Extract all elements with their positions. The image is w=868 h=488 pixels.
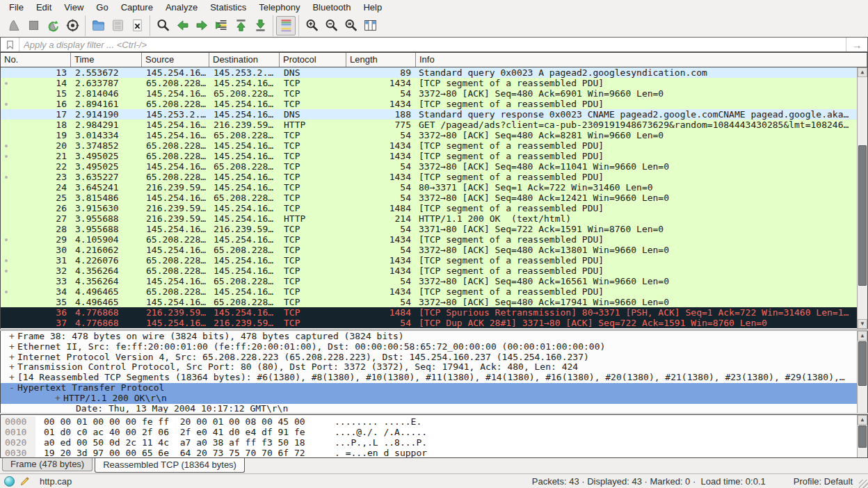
column-header-protocol[interactable]: Protocol [280,53,346,67]
stop-capture-icon [26,18,41,33]
packet-row[interactable]: 354.496465145.254.16…65.208.228…TCP54337… [1,297,857,307]
scroll-up-icon[interactable] [858,415,867,425]
packet-row[interactable]: 243.645241216.239.59…145.254.16…TCP5480→… [1,182,857,193]
packet-list-scrollbar[interactable] [857,67,867,329]
scroll-up-icon[interactable] [858,331,867,341]
packet-row[interactable]: 314.22607665.208.228…145.254.16…TCP1434[… [1,255,857,266]
packet-row[interactable]: 374.776868145.254.16…216.239.59…TCP54[TC… [1,318,857,328]
zoom-out-button[interactable] [321,16,341,35]
packet-row[interactable]: 283.955688145.254.16…216.239.59…TCP54337… [1,224,857,234]
column-header-destination[interactable]: Destination [209,53,280,67]
zoom-in-button[interactable] [302,16,321,35]
column-header-no[interactable]: No. [1,53,71,67]
detail-line[interactable]: +Frame 38: 478 bytes on wire (3824 bits)… [1,332,857,342]
details-scrollbar[interactable] [857,331,867,413]
expand-expander-icon[interactable]: + [6,332,17,342]
packet-row[interactable]: 182.984291145.254.16…216.239.59…HTTP775G… [1,120,857,130]
packet-row[interactable]: 142.63378765.208.228…145.254.16…TCP1434[… [1,78,857,88]
packet-row[interactable]: 193.014334145.254.16…65.208.228…TCP54337… [1,130,857,140]
resize-grip[interactable] [859,480,868,488]
packet-row[interactable]: 172.914190145.253.2.…145.254.16…DNS188St… [1,109,857,120]
close-file-button[interactable] [127,16,147,35]
byte-tab[interactable]: Reassembled TCP (18364 bytes) [95,457,245,473]
colorize-button[interactable] [276,16,296,35]
packet-row[interactable]: 294.10590465.208.228…145.254.16…TCP1434[… [1,234,857,245]
go-forward-button[interactable] [192,16,211,35]
bytes-scrollbar[interactable] [857,415,867,457]
hex-row[interactable]: 000000 00 01 00 00 00 fe ff 20 00 01 00 … [1,416,857,427]
expert-info-icon[interactable] [4,476,15,487]
scroll-down-icon[interactable] [858,319,867,329]
zoom-reset-button[interactable] [341,16,360,35]
go-to-packet-button[interactable] [211,16,231,35]
scrollbar-thumb[interactable] [858,145,867,286]
packet-row[interactable]: 233.63522765.208.228…145.254.16…TCP1434[… [1,172,857,182]
find-packet-button[interactable] [153,16,172,35]
packet-row[interactable]: 324.35626465.208.228…145.254.16…TCP1434[… [1,266,857,276]
display-filter-input[interactable] [19,38,846,51]
column-header-length[interactable]: Length [346,53,416,67]
hex-row[interactable]: 001001 d0 c0 ac 40 00 2f 06 2f e0 41 d0 … [1,427,857,437]
menu-item-file[interactable]: File [3,1,30,13]
packet-row[interactable]: 304.216062145.254.16…65.208.228…TCP54337… [1,245,857,255]
packet-row[interactable]: 263.915630216.239.59…145.254.16…TCP1484[… [1,203,857,213]
packet-row[interactable]: 203.37485265.208.228…145.254.16…TCP1434[… [1,140,857,151]
go-last-button[interactable] [250,16,270,35]
resize-columns-button[interactable] [360,16,380,35]
packet-row[interactable]: 253.815486145.254.16…65.208.228…TCP54337… [1,193,857,203]
expand-expander-icon[interactable]: + [6,362,17,373]
expand-expander-icon[interactable]: + [6,352,17,363]
menu-item-bluetooth[interactable]: Bluetooth [306,1,357,13]
scroll-up-icon[interactable] [858,67,867,77]
menu-item-analyze[interactable]: Analyze [159,1,204,13]
packet-row[interactable]: 223.495025145.254.16…65.208.228…TCP54337… [1,161,857,172]
go-back-button[interactable] [172,16,192,35]
menu-item-statistics[interactable]: Statistics [204,1,252,13]
packet-row[interactable]: 364.776868216.239.59…145.254.16…TCP1484[… [1,307,857,318]
expand-expander-icon[interactable]: + [6,342,17,352]
packet-row[interactable]: 132.553672145.254.16…145.253.2.…DNS89Sta… [1,67,857,78]
menu-item-telephony[interactable]: Telephony [252,1,306,13]
detail-line[interactable]: +Transmission Control Protocol, Src Port… [1,362,857,373]
detail-line[interactable]: +Ethernet II, Src: fe:ff:20:00:01:00 (fe… [1,342,857,352]
packet-row[interactable]: 213.49502565.208.228…145.254.16…TCP1434[… [1,151,857,161]
start-capture-button[interactable] [4,16,24,35]
packet-row[interactable]: 162.89416165.208.228…145.254.16…TCP1434[… [1,99,857,109]
packet-row[interactable]: 273.955688216.239.59…145.254.16…HTTP214H… [1,213,857,224]
column-header-source[interactable]: Source [142,53,209,67]
detail-line[interactable]: +Internet Protocol Version 4, Src: 65.20… [1,352,857,363]
expand-expander-icon[interactable]: + [52,393,63,404]
packet-row[interactable]: 334.356264145.254.16…65.208.228…TCP54337… [1,276,857,286]
scrollbar-thumb[interactable] [858,341,867,386]
menu-item-view[interactable]: View [58,1,90,13]
detail-line[interactable]: +[14 Reassembled TCP Segments (18364 byt… [1,373,857,383]
capture-options-button[interactable] [63,16,82,35]
collapse-expander-icon[interactable]: - [6,383,17,393]
scrollbar-thumb[interactable] [858,425,867,448]
detail-line[interactable]: Date: Thu, 13 May 2004 10:17:12 GMT\r\n [1,404,857,413]
profile-label[interactable]: Profile: Default [794,476,853,487]
menu-item-capture[interactable]: Capture [115,1,159,13]
save-file-button[interactable] [108,16,127,35]
detail-line[interactable]: +HTTP/1.1 200 OK\r\n [1,393,857,404]
column-header-info[interactable]: Info [416,53,867,67]
go-first-button[interactable] [231,16,250,35]
menu-item-go[interactable]: Go [90,1,114,13]
detail-line[interactable]: -Hypertext Transfer Protocol [1,383,857,393]
expand-expander-icon[interactable]: + [6,373,17,383]
related-packet-dot [5,82,8,85]
byte-tab[interactable]: Frame (478 bytes) [2,458,93,471]
packet-row[interactable]: 344.49646565.208.228…145.254.16…TCP1434[… [1,286,857,297]
filter-bookmark-icon[interactable] [1,38,19,51]
stop-capture-button[interactable] [24,16,43,35]
menu-item-help[interactable]: Help [357,1,388,13]
column-header-time[interactable]: Time [71,53,142,67]
capture-comment-icon[interactable] [19,476,30,487]
restart-capture-button[interactable] [43,16,63,35]
hex-row[interactable]: 0020a0 ed 00 50 0d 2c 11 4c a7 a0 38 af … [1,437,857,448]
open-file-button[interactable] [88,16,108,35]
apply-filter-icon[interactable] [846,38,867,51]
packet-row[interactable]: 152.814046145.254.16…65.208.228…TCP54337… [1,88,857,99]
hex-row[interactable]: 003019 20 3d 97 00 00 65 6e 64 20 73 75 … [1,448,857,457]
menu-item-edit[interactable]: Edit [30,1,58,13]
